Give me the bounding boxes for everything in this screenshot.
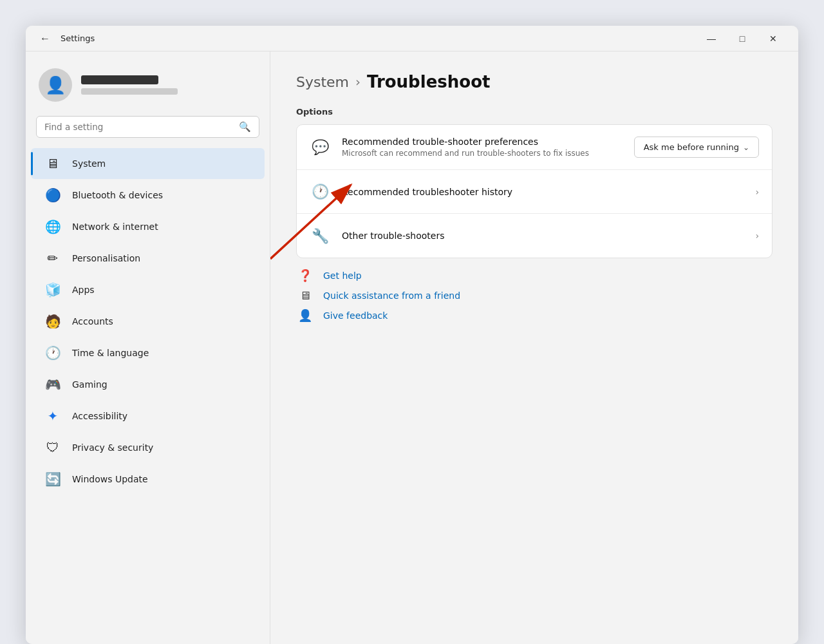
- settings-window: ← Settings — □ ✕ 👤 🔍: [26, 26, 798, 644]
- quick-assistance-link[interactable]: Quick assistance from a friend: [323, 290, 460, 301]
- link-get-help[interactable]: ❓ Get help: [296, 269, 772, 282]
- search-box[interactable]: 🔍: [36, 116, 259, 138]
- wrench-icon: 🔧: [310, 228, 330, 244]
- link-give-feedback[interactable]: 👤 Give feedback: [296, 308, 772, 322]
- sidebar-item-label-apps: Apps: [72, 285, 95, 295]
- chevron-right-icon: ›: [755, 187, 759, 197]
- sidebar-item-system[interactable]: 🖥 System: [31, 148, 265, 179]
- privacy-icon: 🛡: [44, 439, 62, 457]
- bluetooth-icon: 🔵: [44, 186, 62, 204]
- chevron-right-other-icon: ›: [755, 231, 759, 241]
- sidebar: 👤 🔍 🖥 System 🔵 Blue: [26, 52, 270, 644]
- quick-assist-icon: 🖥: [296, 289, 314, 302]
- sidebar-item-accessibility[interactable]: ✦ Accessibility: [31, 401, 265, 431]
- card-text-other: Other trouble-shooters: [342, 231, 744, 241]
- content-area: 👤 🔍 🖥 System 🔵 Blue: [26, 52, 798, 644]
- time-icon: 🕐: [44, 344, 62, 362]
- sidebar-item-personalisation[interactable]: ✏️ Personalisation: [31, 243, 265, 274]
- sidebar-item-accounts[interactable]: 🧑 Accounts: [31, 306, 265, 337]
- dropdown-ask-before-running[interactable]: Ask me before running ⌄: [634, 137, 759, 158]
- main-content: System › Troubleshoot Options 💬 Recommen…: [270, 52, 798, 644]
- card-action-other: ›: [755, 231, 759, 241]
- sidebar-item-label-personalisation: Personalisation: [72, 253, 140, 263]
- avatar-icon: 👤: [45, 75, 66, 95]
- user-name-redacted: [81, 75, 158, 84]
- titlebar-controls: — □ ✕: [697, 28, 788, 49]
- sidebar-item-bluetooth[interactable]: 🔵 Bluetooth & devices: [31, 180, 265, 211]
- search-icon: 🔍: [239, 121, 251, 133]
- user-info: [81, 75, 178, 95]
- system-icon: 🖥: [44, 155, 62, 173]
- sidebar-item-windows-update[interactable]: 🔄 Windows Update: [31, 464, 265, 495]
- user-sub-redacted: [81, 88, 178, 95]
- sidebar-item-label-bluetooth: Bluetooth & devices: [72, 190, 163, 200]
- titlebar: ← Settings — □ ✕: [26, 26, 798, 52]
- apps-icon: 🧊: [44, 281, 62, 299]
- user-section: 👤: [26, 59, 270, 113]
- accounts-icon: 🧑: [44, 312, 62, 330]
- sidebar-item-privacy[interactable]: 🛡 Privacy & security: [31, 432, 265, 463]
- card-other-troubleshooters[interactable]: 🔧 Other trouble-shooters ›: [297, 214, 772, 258]
- give-feedback-link[interactable]: Give feedback: [323, 310, 388, 321]
- sidebar-item-label-time: Time & language: [72, 348, 149, 358]
- link-quick-assistance[interactable]: 🖥 Quick assistance from a friend: [296, 289, 772, 302]
- network-icon: 🌐: [44, 218, 62, 236]
- sidebar-item-label-privacy: Privacy & security: [72, 442, 153, 453]
- back-button[interactable]: ←: [36, 30, 54, 48]
- card-text-recommended: Recommended trouble-shooter preferences …: [342, 137, 623, 158]
- avatar: 👤: [39, 68, 72, 102]
- sidebar-item-label-accounts: Accounts: [72, 316, 113, 327]
- breadcrumb-separator: ›: [355, 74, 360, 90]
- card-label-recommended: Recommended trouble-shooter preferences: [342, 137, 623, 147]
- sidebar-item-label-gaming: Gaming: [72, 379, 108, 390]
- sidebar-item-apps[interactable]: 🧊 Apps: [31, 274, 265, 305]
- section-title: Options: [296, 107, 772, 117]
- breadcrumb-current: Troubleshoot: [367, 72, 490, 91]
- chat-icon: 💬: [310, 139, 330, 155]
- history-icon: 🕐: [310, 184, 330, 200]
- dropdown-value: Ask me before running: [644, 142, 739, 152]
- sidebar-item-label-accessibility: Accessibility: [72, 411, 127, 421]
- search-input[interactable]: [44, 122, 234, 132]
- links-section: ❓ Get help 🖥 Quick assistance from a fri…: [296, 269, 772, 322]
- maximize-button[interactable]: □: [727, 28, 757, 49]
- breadcrumb-parent[interactable]: System: [296, 74, 349, 90]
- card-action-history: ›: [755, 187, 759, 197]
- chevron-down-icon: ⌄: [743, 143, 749, 152]
- get-help-icon: ❓: [296, 269, 314, 282]
- sidebar-item-label-network: Network & internet: [72, 222, 158, 232]
- sidebar-item-gaming[interactable]: 🎮 Gaming: [31, 369, 265, 400]
- options-card-group: 💬 Recommended trouble-shooter preference…: [296, 124, 772, 258]
- card-text-history: Recommended troubleshooter history: [342, 187, 744, 197]
- minimize-button[interactable]: —: [697, 28, 726, 49]
- close-button[interactable]: ✕: [758, 28, 788, 49]
- feedback-icon: 👤: [296, 308, 314, 322]
- sidebar-item-label-windows-update: Windows Update: [72, 474, 148, 484]
- card-recommended-preferences[interactable]: 💬 Recommended trouble-shooter preference…: [297, 125, 772, 170]
- accessibility-icon: ✦: [44, 407, 62, 425]
- sidebar-nav: 🖥 System 🔵 Bluetooth & devices 🌐 Network…: [26, 148, 270, 495]
- card-desc-recommended: Microsoft can recommend and run trouble-…: [342, 149, 623, 158]
- get-help-link[interactable]: Get help: [323, 270, 362, 281]
- card-label-history: Recommended troubleshooter history: [342, 187, 744, 197]
- titlebar-title: Settings: [61, 33, 95, 43]
- breadcrumb: System › Troubleshoot: [296, 72, 772, 91]
- sidebar-item-network[interactable]: 🌐 Network & internet: [31, 211, 265, 242]
- windows-update-icon: 🔄: [44, 470, 62, 488]
- personalisation-icon: ✏️: [44, 249, 62, 267]
- card-action-recommended: Ask me before running ⌄: [634, 137, 759, 158]
- sidebar-item-label-system: System: [72, 158, 106, 169]
- gaming-icon: 🎮: [44, 375, 62, 393]
- sidebar-item-time[interactable]: 🕐 Time & language: [31, 337, 265, 368]
- card-troubleshooter-history[interactable]: 🕐 Recommended troubleshooter history ›: [297, 170, 772, 214]
- main-wrapper: System › Troubleshoot Options 💬 Recommen…: [296, 72, 772, 322]
- card-label-other: Other trouble-shooters: [342, 231, 744, 241]
